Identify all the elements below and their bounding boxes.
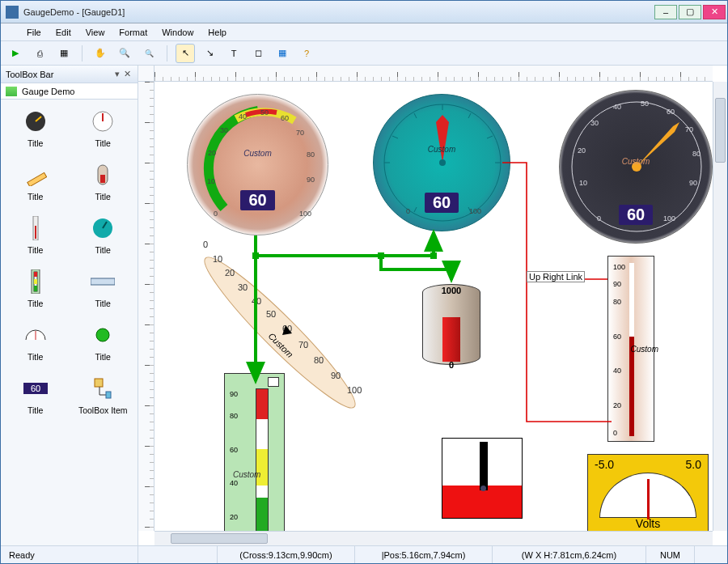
gauge-thermometer[interactable]: 100 90 80 60 40 20 0 Custom xyxy=(607,256,654,442)
toolbox-item-dial-teal[interactable]: Title xyxy=(74,214,133,255)
dial2-value: 60 xyxy=(425,193,459,213)
toolbox-panel: ToolBox Bar ▾✕ Gauge Demo Title Title xyxy=(1,66,138,545)
vbar-icon xyxy=(22,268,49,295)
toolbox-close[interactable]: ✕ xyxy=(122,70,133,80)
status-wh: (W X H:7.81cm,6.24cm) xyxy=(493,546,646,563)
menubar: File Edit View Format Window Help xyxy=(1,23,727,41)
gauge-tank[interactable]: 1000 0 xyxy=(418,276,485,373)
scrollbar-horizontal[interactable] xyxy=(154,531,713,545)
menu-edit[interactable]: Edit xyxy=(49,26,78,39)
pan-button[interactable]: ✋ xyxy=(91,44,110,63)
ruler-icon xyxy=(22,161,49,189)
toolbox-item-vbar[interactable]: Title xyxy=(6,268,66,308)
zoom-out-button[interactable]: 🔍 xyxy=(139,44,159,63)
menu-window[interactable]: Window xyxy=(155,26,200,39)
link-label[interactable]: Up Right Link xyxy=(527,271,585,282)
print-button[interactable]: ⎙ xyxy=(30,44,49,63)
svg-text:90: 90 xyxy=(331,371,341,380)
dial3-label: Custom xyxy=(622,157,650,166)
toolbox-item-generic[interactable]: ToolBox Item xyxy=(74,375,133,415)
toolbox-tab-label: Gauge Demo xyxy=(22,87,74,96)
gauge-dial2-icon xyxy=(89,108,116,135)
svg-text:20: 20 xyxy=(578,146,586,155)
svg-text:60: 60 xyxy=(31,384,40,393)
svg-text:50: 50 xyxy=(641,100,649,108)
svg-text:80: 80 xyxy=(692,150,700,158)
gauge-toggle-switch[interactable] xyxy=(442,438,523,519)
toolbox-item-display[interactable]: 60 Title xyxy=(6,375,66,415)
selector-button[interactable]: ↖ xyxy=(176,44,195,63)
tank-fill xyxy=(442,317,460,362)
svg-text:20: 20 xyxy=(208,149,216,157)
menu-file[interactable]: File xyxy=(20,26,48,39)
svg-rect-8 xyxy=(35,226,36,239)
gauge-dial-icon xyxy=(22,108,49,135)
minimize-button[interactable]: – xyxy=(654,5,677,19)
svg-text:80: 80 xyxy=(307,151,315,159)
toolbox-item-thermo[interactable]: Title xyxy=(6,214,66,255)
toolbar-separator xyxy=(167,45,167,61)
window-buttons: – ▢ ✕ xyxy=(653,5,726,19)
svg-rect-4 xyxy=(28,172,47,186)
toggle-stick xyxy=(480,442,488,490)
ruler-horizontal[interactable] xyxy=(154,66,713,82)
titlebar[interactable]: GaugeDemo - [GaugeD1] – ▢ ✕ xyxy=(1,1,727,23)
design-canvas[interactable]: 0 100 10 20 30 40 50 60 70 80 90 Custom … xyxy=(154,82,713,531)
text-tool-button[interactable]: T xyxy=(224,44,243,63)
toolbox-item-voltmeter[interactable]: Title xyxy=(6,321,66,362)
svg-text:100: 100 xyxy=(347,385,362,395)
toolbox-header[interactable]: ToolBox Bar ▾✕ xyxy=(1,66,138,83)
toolbox-item-led[interactable]: Title xyxy=(74,321,133,362)
node-tool-button[interactable]: ◻ xyxy=(248,44,268,63)
svg-text:100: 100 xyxy=(469,207,481,215)
help-button[interactable]: ? xyxy=(297,44,316,63)
grid-button[interactable]: ▦ xyxy=(54,44,74,63)
toolbox-tab[interactable]: Gauge Demo xyxy=(1,83,138,100)
svg-text:30: 30 xyxy=(590,119,599,127)
svg-text:90: 90 xyxy=(689,179,697,187)
menu-view[interactable]: View xyxy=(79,26,112,39)
gauge-dial-2[interactable]: 0 100 Custom 60 xyxy=(373,94,510,231)
svg-marker-74 xyxy=(282,325,292,335)
svg-line-42 xyxy=(414,207,417,212)
toolbox-item-dial-dark[interactable]: Title xyxy=(6,108,66,148)
zoom-in-button[interactable]: 🔍 xyxy=(115,44,134,63)
toolbar-separator xyxy=(82,45,83,61)
toolbox-dropdown[interactable]: ▾ xyxy=(112,70,122,80)
svg-rect-13 xyxy=(34,272,37,277)
svg-line-40 xyxy=(392,136,398,138)
menu-format[interactable]: Format xyxy=(112,26,154,39)
scroll-thumb-v[interactable] xyxy=(715,98,726,163)
scroll-thumb-h[interactable] xyxy=(171,533,268,544)
svg-text:40: 40 xyxy=(239,112,247,121)
menu-help[interactable]: Help xyxy=(201,26,233,39)
group-tool-button[interactable]: ▦ xyxy=(273,44,292,63)
close-button[interactable]: ✕ xyxy=(703,5,726,19)
volt-max: 5.0 xyxy=(686,458,701,471)
dial1-value: 60 xyxy=(240,190,274,210)
link-button[interactable]: ↘ xyxy=(200,44,219,63)
toolbox-grid: Title Title Title Title Title xyxy=(1,100,138,423)
toolbox-item-horizontal-bar[interactable]: Title xyxy=(74,268,133,308)
volt-label: Volts xyxy=(588,517,708,530)
run-button[interactable]: ▶ xyxy=(6,44,25,63)
vbar-seg-red xyxy=(256,389,268,419)
toolbox-item-tank[interactable]: Title xyxy=(74,161,133,201)
toolbox-item-dial-light[interactable]: Title xyxy=(74,108,133,148)
gauge-dial-3[interactable]: 0 100 10 20 30 40 50 60 70 80 90 xyxy=(559,90,713,244)
svg-text:0: 0 xyxy=(406,207,410,215)
svg-text:10: 10 xyxy=(207,177,215,185)
gauge-voltmeter[interactable]: -5.0 5.0 Volts 0.000 xyxy=(587,454,709,531)
toolbox-item-ruler-diag[interactable]: Title xyxy=(6,161,66,201)
ruler-vertical[interactable] xyxy=(138,82,154,531)
gauge-dial-1[interactable]: 0 100 10 20 30 40 50 60 70 80 90 Custom … xyxy=(187,94,328,235)
toolbar: ▶ ⎙ ▦ ✋ 🔍 🔍 ↖ ↘ T ◻ ▦ ? xyxy=(1,41,727,66)
svg-text:20: 20 xyxy=(225,268,235,278)
svg-text:10: 10 xyxy=(213,254,222,264)
svg-text:90: 90 xyxy=(307,176,315,184)
scrollbar-vertical[interactable] xyxy=(713,82,727,531)
maximize-button[interactable]: ▢ xyxy=(679,5,701,19)
gauge-vertical-bar[interactable]: 90 80 60 40 20 0 Custom xyxy=(224,373,285,531)
svg-text:50: 50 xyxy=(260,108,269,117)
svg-text:30: 30 xyxy=(220,126,228,134)
